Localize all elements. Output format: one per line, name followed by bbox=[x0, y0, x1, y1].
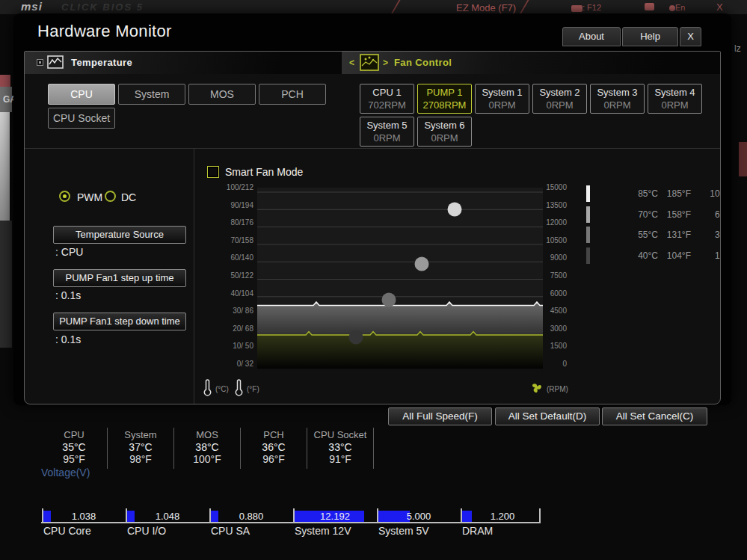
pwm-radio[interactable] bbox=[59, 191, 70, 202]
temp-axis-tick: 30/ 86 bbox=[206, 307, 253, 315]
tab-pch[interactable]: PCH bbox=[259, 84, 326, 105]
dialog-title: Hardware Monitor bbox=[37, 22, 172, 41]
sensor-fahrenheit: 91°F bbox=[307, 453, 373, 466]
fan-curve-point[interactable] bbox=[415, 257, 429, 271]
temperature-source-button[interactable]: Temperature Source bbox=[53, 226, 186, 244]
tab-mos[interactable]: MOS bbox=[188, 84, 256, 105]
divider bbox=[194, 148, 194, 404]
language-button[interactable]: En bbox=[669, 3, 685, 12]
tab-cpu-socket[interactable]: CPU Socket bbox=[48, 108, 115, 129]
pwm-label: PWM bbox=[77, 191, 102, 203]
fan-point-celsius: 70°C bbox=[622, 209, 658, 220]
voltage-baseline bbox=[41, 522, 541, 523]
collapse-icon[interactable] bbox=[37, 59, 43, 66]
divider bbox=[25, 148, 720, 149]
temperature-header: Temperature bbox=[25, 52, 342, 74]
temp-readout-cpu-socket: CPU Socket33°C91°F bbox=[307, 428, 374, 469]
temp-axis-tick: 60/140 bbox=[206, 253, 253, 262]
fan-name: System 6 bbox=[418, 119, 471, 132]
fan-button-system-4[interactable]: System 40RPM bbox=[648, 84, 702, 114]
temp-readout-mos: MOS38°C100°F bbox=[174, 428, 241, 469]
rpm-axis-tick: 7500 bbox=[543, 271, 567, 280]
fan-point-duty: 13% bbox=[691, 250, 721, 261]
temp-readout-cpu: CPU35°C95°F bbox=[41, 428, 108, 469]
fan-prev-arrow[interactable]: < bbox=[349, 58, 354, 68]
rpm-axis-tick: 9000 bbox=[543, 253, 567, 262]
fan-control-section-label: Fan Control bbox=[394, 57, 452, 68]
rpm-axis-tick: 0 bbox=[543, 360, 567, 368]
fan-button-pump-1[interactable]: PUMP 12708RPM bbox=[417, 84, 472, 114]
rpm-area-fill bbox=[257, 332, 543, 369]
decorative-slash bbox=[391, 0, 401, 14]
fan-button-system-2[interactable]: System 20RPM bbox=[532, 84, 587, 114]
fan-point-slider[interactable] bbox=[586, 185, 590, 202]
temp-axis-tick: 70/158 bbox=[206, 236, 253, 244]
fan-button-cpu-1[interactable]: CPU 1702RPM bbox=[360, 84, 414, 114]
temp-axis-tick: 10/ 50 bbox=[206, 342, 253, 350]
sensor-celsius: 36°C bbox=[241, 441, 307, 453]
rpm-axis-labels: 1500013500120001050090007500600045003000… bbox=[543, 183, 567, 368]
sensor-celsius: 37°C bbox=[108, 441, 173, 453]
ez-mode-button[interactable]: EZ Mode (F7) bbox=[456, 2, 516, 13]
about-button[interactable]: About bbox=[562, 27, 621, 46]
all-set-default-button[interactable]: All Set Default(D) bbox=[495, 407, 600, 425]
fan-button-system-3[interactable]: System 30RPM bbox=[590, 84, 645, 114]
temp-axis-tick: 40/104 bbox=[206, 289, 253, 298]
all-set-cancel-button[interactable]: All Set Cancel(C) bbox=[602, 407, 707, 425]
fan-point-fahrenheit: 185°F bbox=[658, 188, 691, 199]
smart-fan-mode-label: Smart Fan Mode bbox=[225, 166, 303, 178]
dialog-close-button[interactable]: X bbox=[680, 27, 701, 46]
tab-system[interactable]: System bbox=[118, 84, 185, 105]
voltage-tick bbox=[461, 508, 462, 522]
fan-point-slider[interactable] bbox=[586, 206, 590, 223]
step-down-time-value: : 0.1s bbox=[55, 333, 81, 345]
fan-name: System 5 bbox=[360, 119, 414, 132]
fan-buttons: CPU 1702RPMPUMP 12708RPMSystem 10RPMSyst… bbox=[360, 84, 705, 147]
fan-name: System 1 bbox=[476, 86, 529, 99]
fan-next-arrow[interactable]: > bbox=[383, 58, 388, 68]
fan-name: System 3 bbox=[591, 86, 644, 99]
rpm-axis-tick: 1500 bbox=[543, 342, 567, 350]
temp-axis-tick: 20/ 68 bbox=[206, 324, 253, 333]
fan-curve-point[interactable] bbox=[382, 293, 396, 307]
fan-control-header: < > Fan Control bbox=[342, 52, 720, 74]
tab-cpu[interactable]: CPU bbox=[48, 84, 115, 105]
help-button[interactable]: Help bbox=[622, 27, 678, 46]
display-icon[interactable] bbox=[645, 3, 654, 10]
step-up-time-button[interactable]: PUMP Fan1 step up time bbox=[53, 269, 186, 287]
fan-rpm-value: 702RPM bbox=[360, 99, 414, 111]
fan-curve-point[interactable] bbox=[349, 330, 363, 345]
fan-point-row: 55°C131°F38% bbox=[586, 226, 706, 244]
background-left-dark-edge bbox=[0, 221, 12, 348]
sensor-name: PCH bbox=[241, 429, 307, 441]
hardware-monitor-dialog: Hardware Monitor About Help X Temperatur… bbox=[13, 13, 731, 405]
voltage-label: CPU SA bbox=[211, 525, 250, 537]
fan-point-slider[interactable] bbox=[586, 247, 590, 264]
fan-rpm-value: 0RPM bbox=[648, 99, 701, 111]
voltage-value: 1.200 bbox=[461, 511, 544, 522]
background-right-text: lz bbox=[734, 43, 741, 54]
voltage-tick bbox=[209, 508, 211, 522]
smart-fan-mode-checkbox[interactable] bbox=[207, 166, 219, 178]
dc-radio[interactable] bbox=[105, 191, 116, 202]
fan-button-system-1[interactable]: System 10RPM bbox=[475, 84, 529, 114]
background-left-panel-edge bbox=[0, 112, 10, 221]
all-full-speed-button[interactable]: All Full Speed(F) bbox=[388, 407, 492, 425]
bios-version-label: CLICK BIOS 5 bbox=[61, 1, 144, 13]
fan-button-system-5[interactable]: System 50RPM bbox=[360, 117, 414, 147]
voltage-label: DRAM bbox=[462, 525, 493, 537]
background-left-red-strip bbox=[0, 75, 10, 87]
step-down-time-button[interactable]: PUMP Fan1 step down time bbox=[53, 313, 186, 330]
bios-close-button[interactable]: X bbox=[716, 1, 723, 13]
msi-logo: msi bbox=[21, 0, 43, 13]
fan-button-system-6[interactable]: System 60RPM bbox=[417, 117, 472, 147]
voltage-label: System 12V bbox=[295, 525, 351, 537]
temp-readout-pch: PCH36°C96°F bbox=[241, 428, 307, 469]
voltage-value: 12.192 bbox=[293, 511, 377, 522]
fan-point-slider[interactable] bbox=[586, 227, 590, 243]
celsius-legend-label: (°C) bbox=[215, 385, 229, 393]
voltage-value: 5.000 bbox=[377, 511, 461, 522]
temperature-axis-labels: 100/21290/19480/17670/15860/14050/12240/… bbox=[206, 183, 253, 368]
screenshot-hotkey[interactable]: : F12 bbox=[571, 3, 601, 12]
fan-curve-point[interactable] bbox=[448, 203, 462, 217]
